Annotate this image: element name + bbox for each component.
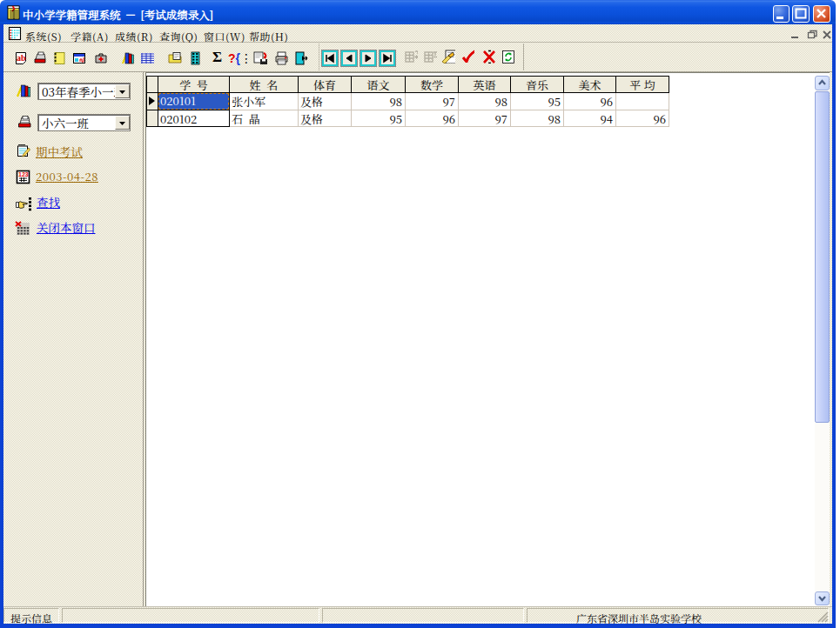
svg-text:ab: ab <box>17 53 26 63</box>
svg-text:123: 123 <box>18 171 29 177</box>
